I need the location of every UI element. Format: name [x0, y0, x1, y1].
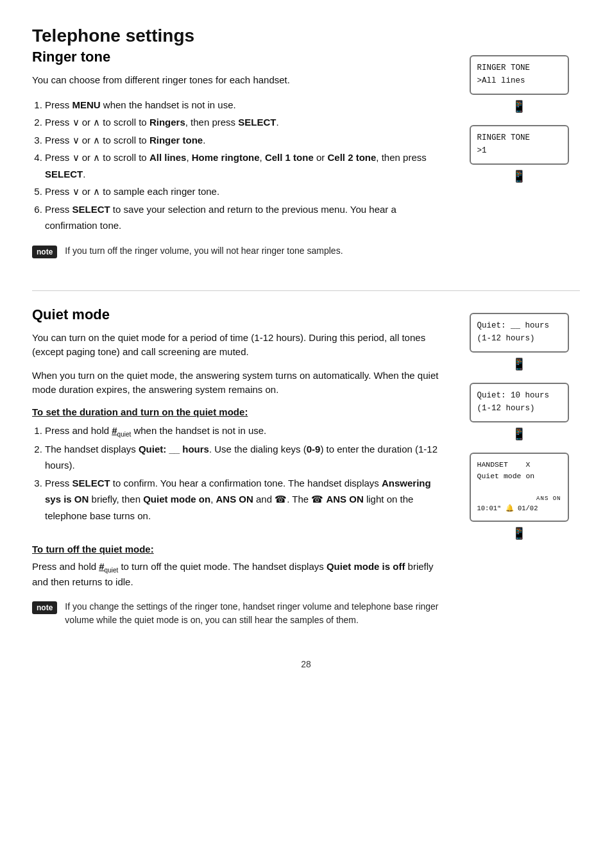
- note-label: note: [32, 246, 57, 258]
- handset-icon-1: 📱: [512, 99, 526, 113]
- quiet-screen-block-1: Quiet: __ hours (1-12 hours) 📱: [470, 313, 569, 371]
- step-1: Press MENU when the handset is not in us…: [45, 97, 445, 113]
- quiet-handset-icon-3: 📱: [512, 526, 526, 540]
- quiet-mode-heading: Quiet mode: [32, 306, 445, 323]
- set-quiet-steps: Press and hold #quiet when the handset i…: [45, 422, 445, 524]
- step-2: Press ∨ or ∧ to scroll to Ringers, then …: [45, 114, 445, 131]
- set-quiet-heading: To set the duration and turn on the quie…: [32, 406, 445, 417]
- quiet-handset-icon-2: 📱: [512, 427, 526, 441]
- screen-block-2: RINGER TONE >1 📱: [470, 125, 569, 183]
- quiet-screen-block-3: HANDSET X Quiet mode on ANS ON 10:01ᵐ 🔔 …: [470, 453, 569, 540]
- screen-2-line1: RINGER TONE: [477, 131, 561, 144]
- quiet-mode-intro2: When you turn on the quiet mode, the ans…: [32, 369, 445, 397]
- ringer-tone-steps: Press MENU when the handset is not in us…: [45, 97, 445, 234]
- turn-off-quiet-heading: To turn off the quiet mode:: [32, 544, 445, 555]
- quiet-note-text: If you change the settings of the ringer…: [65, 600, 445, 627]
- quiet-device-screen-2: Quiet: 10 hours (1-12 hours): [470, 383, 569, 422]
- ans-on-label: ANS ON: [536, 494, 561, 503]
- quiet-screen-2-line1: Quiet: 10 hours: [477, 389, 561, 402]
- quiet-mode-note: note If you change the settings of the r…: [32, 600, 445, 627]
- section-divider: [32, 290, 580, 291]
- note-text: If you turn off the ringer volume, you w…: [65, 244, 343, 258]
- quiet-screen-3-line1: HANDSET X: [477, 459, 561, 471]
- quiet-note-label: note: [32, 601, 57, 614]
- ringer-tone-heading: Ringer tone: [32, 49, 445, 65]
- quiet-mode-intro1: You can turn on the quiet mode for a per…: [32, 331, 445, 360]
- quiet-screen-3-line2: Quiet mode on: [477, 471, 561, 482]
- handset-icon-2: 📱: [512, 169, 526, 183]
- quiet-step-1: Press and hold #quiet when the handset i…: [45, 422, 445, 440]
- quiet-screen-2-line2: (1-12 hours): [477, 402, 561, 415]
- page-title: Telephone settings: [32, 26, 580, 46]
- quiet-step-2: The handset displays Quiet: __ hours. Us…: [45, 441, 445, 474]
- ringer-tone-screens: RINGER TONE >All lines 📱 RINGER TONE >1 …: [458, 49, 580, 271]
- device-screen-2: RINGER TONE >1: [470, 125, 569, 165]
- quiet-screen-3-spacer: [477, 482, 561, 494]
- quiet-screen-block-2: Quiet: 10 hours (1-12 hours) 📱: [470, 383, 569, 441]
- quiet-screen-3-line5: 10:01ᵐ 🔔 01/02: [477, 503, 561, 514]
- quiet-screen-1-line2: (1-12 hours): [477, 332, 561, 345]
- step-5: Press ∨ or ∧ to sample each ringer tone.: [45, 183, 445, 200]
- device-screen-1: RINGER TONE >All lines: [470, 55, 569, 95]
- quiet-device-screen-1: Quiet: __ hours (1-12 hours): [470, 313, 569, 353]
- ringer-tone-intro: You can choose from different ringer ton…: [32, 73, 445, 88]
- step-3: Press ∨ or ∧ to scroll to Ringer tone.: [45, 132, 445, 149]
- quiet-step-3: Press SELECT to confirm. You hear a conf…: [45, 475, 445, 524]
- screen-1-line2: >All lines: [477, 74, 561, 87]
- quiet-mode-screens: Quiet: __ hours (1-12 hours) 📱 Quiet: 10…: [458, 306, 580, 640]
- turn-off-quiet-text: Press and hold #quiet to turn off the qu…: [32, 560, 445, 590]
- screen-block-1: RINGER TONE >All lines 📱: [470, 55, 569, 113]
- screen-2-line2: >1: [477, 144, 561, 157]
- screen-1-line1: RINGER TONE: [477, 62, 561, 74]
- ringer-tone-note: note If you turn off the ringer volume, …: [32, 244, 445, 258]
- quiet-device-screen-3: HANDSET X Quiet mode on ANS ON 10:01ᵐ 🔔 …: [470, 453, 569, 522]
- step-4: Press ∨ or ∧ to scroll to All lines, Hom…: [45, 149, 445, 182]
- step-6: Press SELECT to save your selection and …: [45, 201, 445, 234]
- page-number: 28: [32, 659, 580, 669]
- quiet-handset-icon-1: 📱: [512, 357, 526, 371]
- quiet-screen-1-line1: Quiet: __ hours: [477, 319, 561, 332]
